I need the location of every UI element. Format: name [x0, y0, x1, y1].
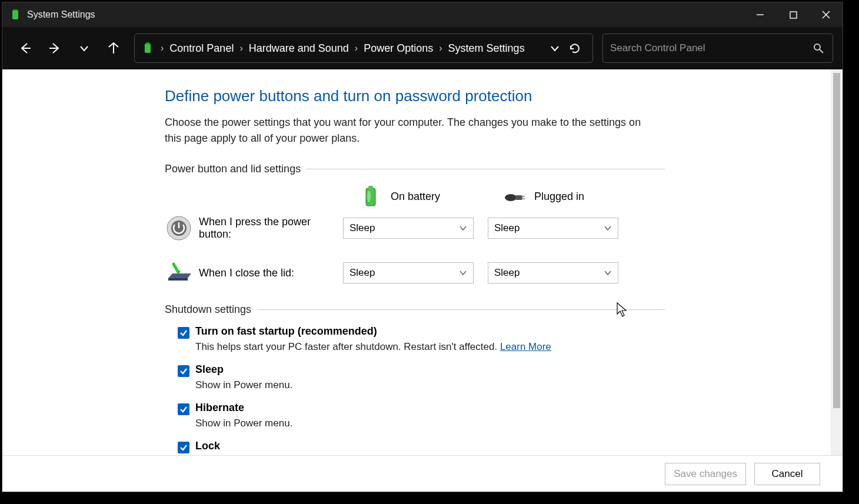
svg-point-17: [505, 194, 517, 201]
close-button[interactable]: [810, 2, 843, 27]
page-description: Choose the power settings that you want …: [165, 115, 659, 146]
select-value: Sleep: [349, 222, 375, 234]
close-lid-icon: [165, 259, 193, 287]
select-value: Sleep: [494, 222, 520, 234]
divider: [257, 309, 665, 310]
chevron-down-icon: [604, 269, 612, 277]
divider: [307, 169, 665, 169]
checkbox[interactable]: [178, 403, 189, 415]
footer-button-bar: Save changes Cancel: [2, 455, 843, 492]
close-lid-battery-select[interactable]: Sleep: [343, 262, 474, 283]
checkbox-sleep: Sleep Show in Power menu.: [178, 363, 665, 391]
breadcrumb-bar[interactable]: › Control Panel › Hardware and Sound › P…: [134, 34, 593, 63]
section-label: Shutdown settings: [165, 303, 257, 316]
column-on-battery: On battery: [359, 185, 502, 208]
plug-icon: [502, 185, 526, 208]
svg-point-16: [367, 191, 371, 202]
column-label: On battery: [391, 191, 440, 203]
power-button-plugged-select[interactable]: Sleep: [488, 218, 618, 239]
content-scroll: Define power buttons and turn on passwor…: [2, 69, 831, 455]
titlebar: System Settings: [2, 2, 843, 27]
checkbox[interactable]: [178, 327, 189, 339]
column-plugged-in: Plugged in: [502, 185, 584, 208]
checkbox-label: Lock: [195, 440, 220, 452]
svg-rect-0: [12, 10, 18, 19]
scrollbar-thumb[interactable]: [833, 73, 840, 408]
row-power-button: When I press the power button: Sleep Sle…: [165, 214, 665, 242]
column-headers: On battery Plugged in: [359, 185, 665, 208]
vertical-scrollbar[interactable]: [831, 69, 843, 455]
breadcrumb-separator: ›: [352, 43, 360, 54]
svg-line-12: [820, 49, 823, 53]
select-value: Sleep: [494, 267, 520, 279]
checkbox-label: Sleep: [195, 363, 224, 376]
breadcrumb-separator: ›: [237, 43, 245, 54]
checkbox-hibernate: Hibernate Show in Power menu.: [178, 402, 665, 429]
svg-point-11: [814, 44, 820, 50]
chevron-down-icon: [604, 224, 612, 232]
learn-more-link[interactable]: Learn More: [500, 341, 551, 352]
back-button[interactable]: [12, 35, 39, 62]
section-label: Power button and lid settings: [165, 163, 307, 175]
close-lid-plugged-select[interactable]: Sleep: [488, 262, 618, 283]
window: System Settings › Control Panel › Hardwa…: [2, 2, 843, 492]
breadcrumb-history-button[interactable]: [547, 34, 563, 62]
refresh-button[interactable]: [563, 34, 587, 62]
maximize-button[interactable]: [777, 2, 810, 27]
search-box[interactable]: [602, 34, 833, 63]
svg-rect-9: [145, 44, 151, 53]
svg-rect-15: [368, 186, 373, 189]
window-title: System Settings: [27, 9, 95, 20]
breadcrumb-item-0[interactable]: Control Panel: [166, 42, 237, 55]
row-label: When I close the lid:: [199, 267, 343, 279]
power-button-battery-select[interactable]: Sleep: [343, 218, 474, 239]
cancel-button[interactable]: Cancel: [754, 463, 820, 485]
row-label: When I press the power button:: [199, 216, 343, 241]
svg-rect-10: [146, 42, 149, 44]
search-icon[interactable]: [811, 41, 825, 55]
minimize-button[interactable]: [744, 2, 777, 27]
power-button-icon: [165, 214, 193, 242]
recent-dropdown-button[interactable]: [71, 35, 98, 62]
checkbox[interactable]: [178, 365, 189, 377]
app-icon: [9, 9, 21, 21]
checkbox[interactable]: [178, 442, 189, 453]
save-changes-button[interactable]: Save changes: [665, 463, 746, 485]
forward-button[interactable]: [41, 35, 68, 62]
checkbox-lock: Lock Show in account picture menu.: [178, 440, 665, 455]
location-icon: [141, 41, 155, 55]
chevron-down-icon: [459, 224, 467, 232]
svg-rect-3: [790, 12, 797, 18]
checkbox-description: Show in Power menu.: [195, 418, 665, 429]
breadcrumb-item-3[interactable]: System Settings: [445, 42, 528, 55]
select-value: Sleep: [349, 267, 375, 279]
content-area: Define power buttons and turn on passwor…: [2, 69, 843, 455]
battery-icon: [359, 185, 382, 208]
page-heading: Define power buttons and turn on passwor…: [165, 87, 665, 105]
column-label: Plugged in: [534, 191, 584, 203]
row-close-lid: When I close the lid: Sleep Sleep: [165, 259, 665, 287]
checkbox-label: Turn on fast startup (recommended): [195, 325, 377, 338]
section-power-button-lid: Power button and lid settings: [165, 163, 665, 175]
checkbox-fast-startup: Turn on fast startup (recommended) This …: [178, 325, 665, 353]
breadcrumb-separator: ›: [437, 43, 444, 54]
svg-rect-1: [14, 9, 17, 11]
checkbox-description: Show in Power menu.: [195, 379, 665, 391]
search-input[interactable]: [610, 42, 811, 54]
checkbox-label: Hibernate: [195, 402, 244, 414]
section-shutdown-settings: Shutdown settings: [165, 303, 665, 316]
chevron-down-icon: [459, 269, 467, 277]
checkbox-description: This helps start your PC faster after sh…: [195, 341, 665, 353]
breadcrumb-item-1[interactable]: Hardware and Sound: [245, 42, 352, 55]
up-button[interactable]: [100, 35, 127, 62]
navbar: › Control Panel › Hardware and Sound › P…: [2, 27, 843, 69]
breadcrumb-item-2[interactable]: Power Options: [360, 42, 437, 55]
breadcrumb-separator: ›: [158, 43, 166, 54]
